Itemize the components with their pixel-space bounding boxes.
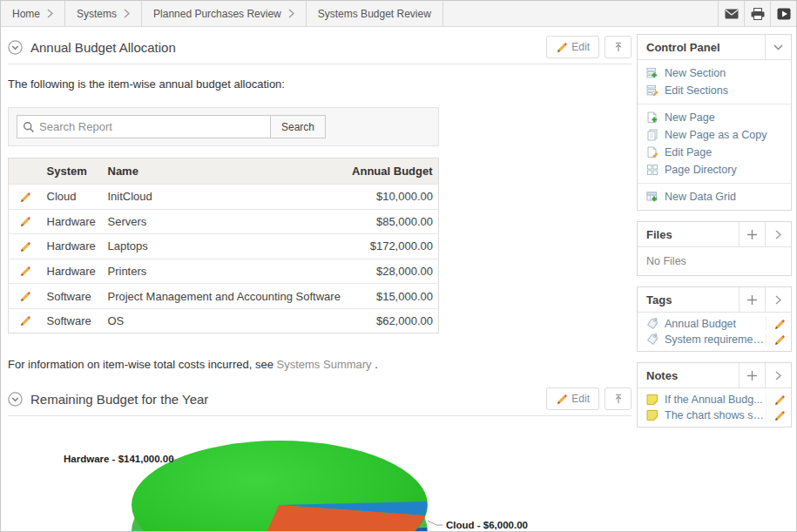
breadcrumb-home[interactable]: Home [1,1,65,26]
add-note-button[interactable] [739,363,765,387]
edit-row-icon[interactable] [19,315,31,327]
printer-icon [751,8,765,20]
search-box [17,115,271,138]
cell-system: Cloud [42,185,103,210]
plus-icon [746,370,758,381]
cell-budget: $28,000.00 [347,259,438,284]
tag-label[interactable]: Annual Budget [665,318,766,330]
control-panel-group-sections: New Section Edit Sections [638,60,791,104]
sidebar-item-page-directory[interactable]: Page Directory [638,161,791,178]
collapse-section-icon[interactable] [8,392,23,407]
section-header-remaining-budget: Remaining Budget for the Year Edit [8,386,632,412]
table-row: Hardware Servers $85,000.00 [9,209,439,234]
sidebar-item-edit-sections[interactable]: Edit Sections [638,82,791,99]
sidebar-item-label: New Page [665,111,715,124]
move-section-top-button[interactable] [605,387,632,410]
breadcrumb-planned-purchases-review[interactable]: Planned Purchases Review [142,1,307,26]
panel-title: Control Panel [638,35,765,59]
sidebar-item-new-section[interactable]: New Section [638,64,791,82]
files-empty-text: No Files [638,247,791,275]
chevron-right-icon [47,9,53,18]
pencil-icon [556,42,567,53]
cell-budget: $172,000.00 [347,234,438,259]
cell-name: Project Management and Accounting Softwa… [103,284,348,309]
table-row: Cloud InitCloud $10,000.00 [9,185,439,210]
topbar-spacer [443,1,718,26]
cell-budget: $62,000.00 [347,308,438,333]
search-input[interactable] [39,120,265,133]
chevron-right-icon [288,9,294,18]
note-label[interactable]: The chart shows sy... [665,409,766,421]
add-file-button[interactable] [739,222,765,246]
edit-page-icon [646,146,659,158]
breadcrumb-systems[interactable]: Systems [65,1,142,26]
arrow-up-to-bar-icon [613,42,624,52]
table-row: Hardware Printers $28,000.00 [9,259,439,284]
edit-note-icon[interactable] [773,394,785,406]
collapse-panel-button[interactable] [765,35,791,59]
edit-row-icon[interactable] [19,241,31,253]
list-item: Annual Budget [638,316,791,332]
breadcrumb-label: Planned Purchases Review [153,8,281,20]
add-tag-button[interactable] [739,287,765,312]
edit-section-button[interactable]: Edit [546,387,599,410]
table-row: Hardware Laptops $172,000.00 [9,234,439,259]
sidebar-item-new-page-as-copy[interactable]: New Page as a Copy [638,126,791,144]
sidebar: Control Panel New Section [637,34,792,438]
search-button[interactable]: Search [271,115,326,138]
edit-note-icon[interactable] [773,410,785,421]
sidebar-item-label: Edit Sections [665,84,728,97]
breadcrumb-systems-budget-review[interactable]: Systems Budget Review [307,1,443,26]
edit-row-icon[interactable] [19,266,31,278]
cell-name: Laptops [103,234,348,259]
list-item: The chart shows sy... [638,407,791,423]
edit-section-button[interactable]: Edit [546,36,599,58]
expand-tags-button[interactable] [765,287,791,312]
sidebar-item-new-data-grid[interactable]: New Data Grid [638,188,791,205]
plus-icon [746,294,758,306]
edit-tag-icon[interactable] [773,319,785,330]
cell-name: Printers [103,259,348,284]
cell-name: OS [103,308,348,333]
sidebar-item-new-page[interactable]: New Page [638,109,791,126]
report-search-panel: Search [8,107,439,146]
section-divider [8,415,632,416]
intro-text: The following is the item-wise annual bu… [8,77,632,91]
control-panel-group-data: New Data Grid [638,183,791,210]
notes-list: If the Annual Budg... The chart shows sy… [638,388,791,427]
print-button[interactable] [744,1,770,26]
expand-files-button[interactable] [765,222,791,246]
cell-system: Software [42,284,103,309]
expand-notes-button[interactable] [765,363,791,387]
collapse-section-icon[interactable] [8,40,23,55]
header-edit-column [9,158,42,185]
tag-label[interactable]: System requirements [665,333,766,346]
play-icon [777,8,791,20]
files-panel-header: Files [638,222,791,247]
tags-panel-header: Tags [638,287,791,313]
email-button[interactable] [718,1,744,26]
systems-summary-link[interactable]: Systems Summary [277,358,372,371]
new-data-grid-icon [646,191,659,203]
list-item: If the Annual Budg... [638,392,791,407]
move-section-top-button[interactable] [605,36,632,58]
sidebar-item-label: New Data Grid [665,191,736,203]
edit-row-icon[interactable] [19,192,31,204]
label-leader-line [428,521,442,525]
budget-table: System Name Annual Budget Cloud InitClou… [8,158,439,333]
header-system: System [42,158,103,185]
panel-title: Tags [638,287,739,312]
edit-row-icon[interactable] [19,291,31,303]
email-icon [725,9,739,19]
pie-label-cloud: Cloud - $6,000.00 [446,520,528,530]
header-name: Name [103,158,348,185]
sidebar-item-label: Edit Page [665,146,712,158]
sidebar-item-edit-page[interactable]: Edit Page [638,144,791,161]
edit-row-icon[interactable] [19,216,31,228]
page-section-title: Remaining Budget for the Year [30,392,546,407]
chevron-right-icon [775,371,781,380]
edit-tag-icon[interactable] [773,334,785,346]
note-label[interactable]: If the Annual Budg... [665,394,766,406]
presentation-button[interactable] [770,1,796,26]
page-section-title: Annual Budget Allocation [30,40,546,55]
